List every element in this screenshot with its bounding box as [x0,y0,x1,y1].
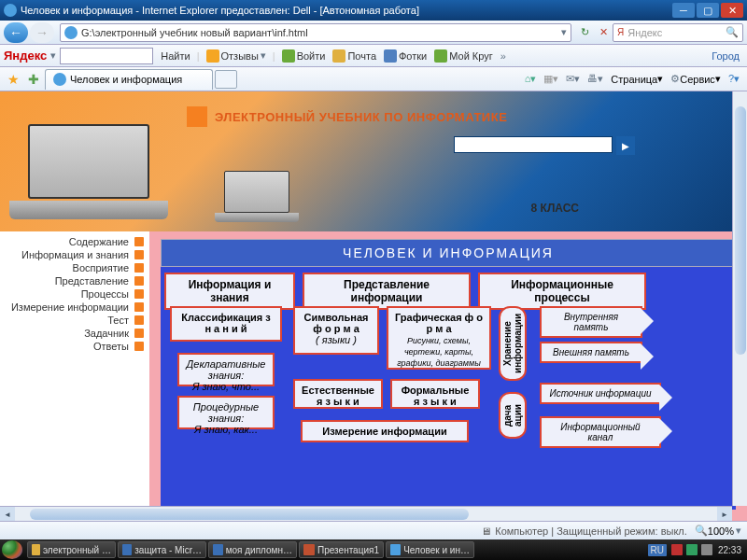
page-viewport: ЭЛЕКТРОННЫЙ УЧЕБНИК ПО ИНФОРМАТИКЕ ▶ 8 К… [0,91,747,521]
window-titlebar: Человек и информация - Internet Explorer… [0,0,747,21]
feeds-icon[interactable]: ▦▾ [543,73,558,85]
forward-button[interactable]: → [30,22,54,43]
back-button[interactable]: ← [4,22,28,43]
diagram-box-procedural: Процедурные знания:Я знаю, как... [177,396,275,429]
status-security: 🖥 Компьютер | Защищенный режим: выкл. [481,525,687,537]
page-icon [64,26,78,39]
page-menu[interactable]: Страница ▾ [611,73,663,85]
help-icon[interactable]: ?▾ [728,73,740,85]
banner-search-input[interactable] [454,136,613,153]
laptop-image [9,124,168,227]
status-bar: 🖥 Компьютер | Защищенный режим: выкл. 🔍 … [0,521,747,539]
diagram-box-classification: Классификация з н а н и й [170,306,282,342]
service-menu[interactable]: ⚙ Сервис ▾ [670,73,721,85]
url-text: G:\электронный учебник новый вариант\inf… [81,27,561,38]
tray-volume-icon[interactable] [701,544,712,555]
diagram-box-processes: Информационные процессы [478,273,646,310]
yandex-toolbar: Яндекс ▾ Найти | Отзывы▾ | Войти Почта Ф… [0,45,747,67]
diagram-box-natural-lang: Естественные я з ы к и [293,379,383,409]
sidebar-item-info-knowledge[interactable]: Информация и знания [0,248,149,261]
tray-icon-av[interactable] [671,544,683,555]
task-item-5[interactable]: Человек и ин… [386,541,474,558]
banner-search-go[interactable]: ▶ [616,136,635,155]
search-box[interactable]: Я Яндекс 🔍 [613,23,743,42]
yandex-search-input[interactable] [60,48,153,64]
print-icon[interactable]: 🖶▾ [587,73,603,85]
start-button[interactable] [2,540,22,559]
diagram-box-measurement: Измерение информации [301,420,469,442]
diagram-box-formal-lang: Формальные я з ы к и [390,379,480,409]
sidebar-nav: Содержание Информация и знания Восприяти… [0,231,149,521]
stop-icon[interactable]: ✕ [596,25,611,40]
sidebar-item-perception[interactable]: Восприятие [0,261,149,274]
search-placeholder: Яндекс [624,27,726,38]
sidebar-item-test[interactable]: Тест [0,314,149,327]
tray-icon-2[interactable] [686,544,698,555]
minimize-button[interactable]: ─ [672,3,695,18]
yandex-login[interactable]: Войти [282,49,326,63]
close-button[interactable]: ✕ [721,3,743,18]
sidebar-item-contents[interactable]: Содержание [0,235,149,248]
sidebar-item-answers[interactable]: Ответы [0,340,149,353]
diagram-box-graphic: Графическая ф о р м аРисунки, схемы, чер… [387,306,491,370]
task-item-2[interactable]: защита - Micr… [118,541,206,558]
tab-title: Человек и информация [70,74,182,85]
yandex-photos[interactable]: Фотки [384,49,427,63]
diagram-arrow-internal-mem: Внутренняя память [540,306,642,338]
language-indicator[interactable]: RU [648,544,667,556]
zoom-control[interactable]: 🔍 100% ▾ [695,525,741,537]
diagram-box-storage: Хранение информации [499,306,527,381]
clock[interactable]: 22:33 [718,545,741,555]
laptop-small-image [215,171,299,227]
favorites-star-icon[interactable]: ★ [4,70,22,89]
refresh-icon[interactable]: ↻ [577,25,592,40]
diagram-title: ЧЕЛОВЕК И ИНФОРМАЦИЯ [161,239,736,267]
ie-icon [4,4,17,17]
dropdown-icon[interactable]: ▾ [561,26,567,38]
window-title: Человек и информация - Internet Explorer… [21,5,670,16]
yandex-circle[interactable]: Мой Круг [434,49,493,63]
tab-bar: ★ ✚ Человек и информация ⌂▾ ▦▾ ✉▾ 🖶▾ Стр… [0,67,747,91]
yandex-dropdown-icon[interactable]: ▾ [50,49,56,62]
diagram-box-transfer: дача ации [499,392,527,439]
horizontal-scrollbar[interactable]: ◄► [0,506,732,521]
diagram-box-representation: Представление информации [303,273,471,310]
diagram-arrow-source: Источник информации [540,383,661,404]
yandex-more[interactable]: » [500,50,506,62]
yandex-find-button[interactable]: Найти [161,50,190,62]
vertical-scrollbar[interactable] [732,91,747,506]
banner-grade-label: 8 КЛАСС [531,202,579,215]
new-tab-button[interactable] [215,70,237,89]
tab-page-icon [53,73,66,86]
yandex-logo[interactable]: Яндекс [4,49,47,63]
diagram-arrow-channel: Информационный канал [540,416,661,448]
sidebar-item-representation[interactable]: Представление [0,274,149,287]
page-banner: ЭЛЕКТРОННЫЙ УЧЕБНИК ПО ИНФОРМАТИКЕ ▶ 8 К… [0,91,747,231]
maximize-button[interactable]: ▢ [697,3,719,18]
sidebar-item-processes[interactable]: Процессы [0,287,149,301]
sidebar-item-measurement[interactable]: Измерение информации [0,301,149,314]
computer-icon: 🖥 [481,525,491,537]
sidebar-item-exercises[interactable]: Задачник [0,327,149,340]
task-item-3[interactable]: моя дипломн… [208,541,297,558]
diagram-area: ЧЕЛОВЕК И ИНФОРМАЦИЯ Информация и знания… [149,231,747,521]
yandex-city[interactable]: Город [712,50,740,62]
diagram-box-info-knowledge: Информация и знания [164,273,295,310]
task-item-1[interactable]: электронный … [27,541,116,558]
yandex-reviews[interactable]: Отзывы▾ [206,49,266,63]
search-go-icon[interactable]: 🔍 [726,26,739,38]
address-bar[interactable]: G:\электронный учебник новый вариант\inf… [60,23,571,42]
diagram-arrow-external-mem: Внешняя память [540,342,642,363]
favorites-add-icon[interactable]: ✚ [24,70,43,89]
home-icon[interactable]: ⌂▾ [525,73,537,85]
zoom-icon: 🔍 [695,525,708,537]
task-item-4[interactable]: Презентация1 [299,541,384,558]
banner-title: ЭЛЕКТРОННЫЙ УЧЕБНИК ПО ИНФОРМАТИКЕ [215,110,507,124]
tab-active[interactable]: Человек и информация [45,69,213,90]
mail-icon[interactable]: ✉▾ [566,73,580,85]
yandex-mail[interactable]: Почта [332,49,376,63]
nav-toolbar: ← → G:\электронный учебник новый вариант… [0,21,747,45]
yandex-search-icon: Я [617,27,624,37]
diagram-box-declarative: Декларативные знания:Я знаю, что... [177,353,275,386]
zoom-value: 100% [708,525,734,537]
